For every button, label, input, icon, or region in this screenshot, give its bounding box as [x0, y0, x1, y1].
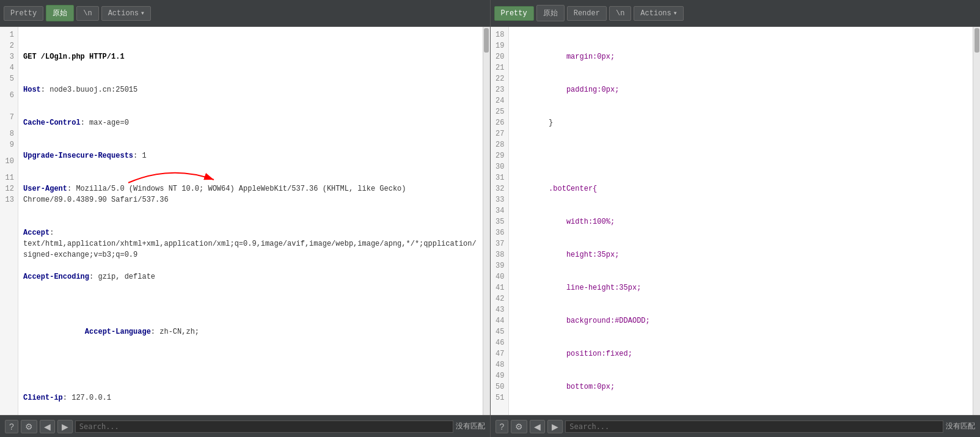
left-help-btn[interactable]: ?: [5, 420, 18, 433]
right-line-22: .botCenter{: [514, 183, 968, 194]
right-line-29: left:0px;: [514, 414, 968, 415]
right-toolbar: Pretty 原始 Render \n Actions: [491, 0, 981, 27]
right-line-28: bottom:0px;: [514, 381, 968, 392]
right-line-24: height:35px;: [514, 249, 968, 260]
left-actions-btn[interactable]: Actions: [101, 6, 151, 21]
right-pane: Pretty 原始 Render \n Actions 18 19 20 21 …: [491, 0, 981, 437]
right-code-area[interactable]: 18 19 20 21 22 23 24 25 26 27 28 29 30 3…: [491, 27, 981, 415]
left-pretty-btn[interactable]: Pretty: [4, 6, 43, 21]
left-prev-btn[interactable]: ◀: [40, 420, 55, 433]
left-search-input[interactable]: [75, 420, 453, 433]
right-render-btn[interactable]: Render: [567, 6, 607, 21]
right-bottom-toolbar: ? ⚙ ◀ ▶ 没有匹配: [491, 415, 981, 437]
right-code-lines[interactable]: margin:0px; padding:0px; } .botCenter{ w…: [509, 27, 973, 415]
right-line-numbers: 18 19 20 21 22 23 24 25 26 27 28 29 30 3…: [491, 27, 509, 415]
right-pretty-btn[interactable]: Pretty: [494, 6, 534, 21]
right-line-18: margin:0px;: [514, 51, 968, 62]
right-actions-btn[interactable]: Actions: [634, 6, 683, 21]
right-prev-btn[interactable]: ◀: [530, 420, 545, 433]
right-scrollbar[interactable]: [973, 27, 980, 415]
right-scroll-thumb[interactable]: [975, 28, 979, 53]
left-code-lines[interactable]: GET /LOgln.php HTTP/1.1 Host: node3.buuo…: [18, 27, 483, 415]
left-gear-btn[interactable]: ⚙: [21, 420, 37, 433]
right-line-21: [514, 150, 968, 161]
left-toolbar: Pretty 原始 \n Actions: [0, 0, 490, 27]
left-scroll-thumb[interactable]: [484, 28, 489, 53]
left-line-3: Cache-Control: max-age=0: [23, 117, 478, 128]
right-gear-btn[interactable]: ⚙: [511, 420, 527, 433]
right-next-btn[interactable]: ▶: [547, 420, 563, 433]
left-line-numbers: 1 2 3 4 5 6 7 8 9 10 11 12 13: [0, 27, 18, 415]
right-line-27: position:fixed;: [514, 348, 968, 359]
left-line-2: Host: node3.buuoj.cn:25015: [23, 84, 478, 95]
left-newline-btn[interactable]: \n: [76, 6, 98, 21]
right-line-25: line-height:35px;: [514, 282, 968, 293]
left-next-btn[interactable]: ▶: [57, 420, 73, 433]
left-line-6: Accept: text/html,application/xhtml+xml,…: [23, 227, 478, 249]
left-line-9: Client-ip: 127.0.0.1: [23, 392, 478, 403]
left-raw-btn[interactable]: 原始: [46, 5, 74, 21]
left-line-4: Upgrade-Insecure-Requests: 1: [23, 150, 478, 161]
left-no-match: 没有匹配: [456, 421, 485, 431]
left-code-area[interactable]: 1 2 3 4 5 6 7 8 9 10 11 12 13: [0, 27, 490, 415]
right-no-match: 没有匹配: [946, 421, 975, 431]
left-line-5: User-Agent: Mozilla/5.0 (Windows NT 10.0…: [23, 183, 478, 205]
right-help-btn[interactable]: ?: [495, 420, 509, 433]
right-line-19: padding:0px;: [514, 84, 968, 95]
left-scrollbar[interactable]: [483, 27, 490, 415]
right-line-23: width:100%;: [514, 216, 968, 227]
right-search-input[interactable]: [565, 420, 943, 433]
left-line-1: GET /LOgln.php HTTP/1.1: [23, 51, 478, 62]
left-line-8: Accept-Language: zh-CN,zh;: [23, 315, 478, 370]
right-line-26: background:#DDAODD;: [514, 315, 968, 326]
right-line-20: }: [514, 117, 968, 128]
right-raw-btn[interactable]: 原始: [536, 5, 565, 21]
left-bottom-toolbar: ? ⚙ ◀ ▶ 没有匹配: [0, 415, 490, 437]
left-pane: Pretty 原始 \n Actions 1 2 3 4 5 6 7 8: [0, 0, 491, 437]
right-newline-btn[interactable]: \n: [609, 6, 631, 21]
left-line-7: Accept-Encoding: gzip, deflate: [23, 271, 478, 293]
